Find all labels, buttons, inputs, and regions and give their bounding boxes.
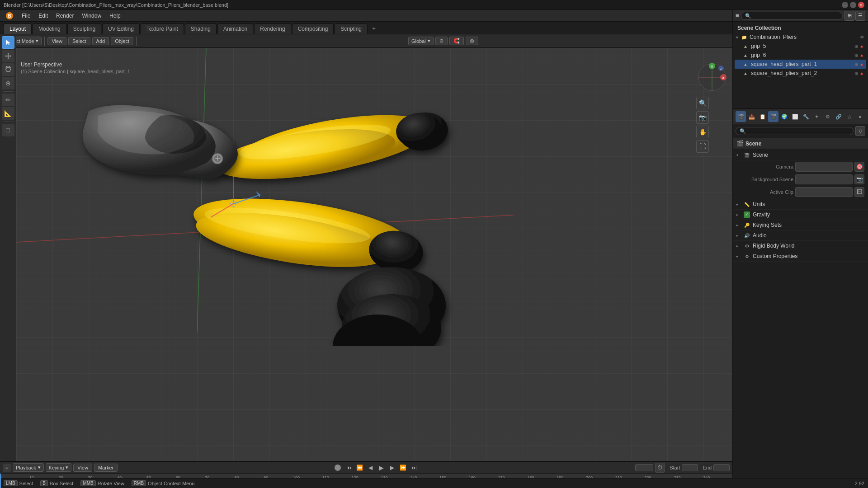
- units-section[interactable]: ▸ 📏 Units: [733, 199, 868, 210]
- props-filter-btn[interactable]: ▽: [855, 126, 865, 136]
- tab-layout[interactable]: Layout: [4, 23, 32, 34]
- keying-sets-section[interactable]: ▸ 🔑 Keying Sets: [733, 220, 868, 230]
- edit-menu[interactable]: Edit: [35, 12, 52, 20]
- view-btn[interactable]: View: [47, 37, 66, 45]
- scale-tool-btn[interactable]: ⊕: [2, 77, 14, 89]
- proportional-btn[interactable]: ◎: [466, 37, 478, 45]
- timeline-menu-btn[interactable]: ≡: [3, 464, 11, 472]
- props-tab-output[interactable]: 📤: [746, 111, 757, 122]
- tab-shading[interactable]: Shading: [185, 23, 217, 34]
- gravity-checkbox[interactable]: ✓: [744, 211, 750, 218]
- tab-scripting[interactable]: Scripting: [335, 23, 368, 34]
- select-btn[interactable]: Select: [68, 37, 90, 45]
- record-btn[interactable]: [335, 465, 341, 471]
- next-keyframe-btn[interactable]: ⏩: [399, 463, 408, 472]
- start-frame-input[interactable]: 1: [682, 464, 698, 471]
- frame-rate-btn[interactable]: ⏱: [655, 463, 665, 473]
- visibility-icon[interactable]: 👁: [860, 35, 864, 40]
- rigid-body-section[interactable]: ▸ ⚙ Rigid Body World: [733, 241, 868, 251]
- keying-dropdown[interactable]: Keying ▾: [46, 463, 72, 472]
- tab-modeling[interactable]: Modeling: [33, 23, 66, 34]
- outliner-filter-btn[interactable]: ⊞: [844, 11, 854, 21]
- keying-icon: 🔑: [744, 222, 750, 228]
- outliner-item-grip5[interactable]: ▲ grip_5 ⊞ 🔺: [735, 42, 866, 51]
- props-tab-physics[interactable]: ⚙: [822, 111, 833, 122]
- prev-frame-btn[interactable]: ◀: [366, 463, 375, 472]
- custom-props-section[interactable]: ▸ ⚙ Custom Properties: [733, 251, 868, 262]
- file-menu[interactable]: File: [18, 12, 34, 20]
- pliers-model-svg: [52, 75, 459, 346]
- transform-pivot-btn[interactable]: ⊙: [435, 37, 448, 45]
- play-btn[interactable]: ▶: [377, 463, 386, 472]
- add-primitive-btn[interactable]: □: [2, 124, 14, 136]
- timeline-marker-btn[interactable]: Marker: [94, 464, 118, 472]
- minimize-btn[interactable]: —: [842, 2, 848, 8]
- props-tab-constraints[interactable]: 🔗: [833, 111, 844, 122]
- units-arrow: ▸: [736, 202, 741, 206]
- camera-view-btn[interactable]: 📷: [696, 111, 709, 124]
- snap-btn[interactable]: 🧲: [449, 37, 464, 45]
- props-tab-data[interactable]: △: [844, 111, 854, 122]
- active-clip-value[interactable]: [795, 187, 853, 197]
- props-tab-view-layer[interactable]: 📋: [757, 111, 768, 122]
- move-tool-btn[interactable]: [2, 50, 14, 62]
- annotate-tool-btn[interactable]: ✏: [2, 94, 14, 106]
- camera-pick-btn[interactable]: 🎯: [854, 162, 864, 172]
- rigid-arrow: ▸: [736, 244, 741, 248]
- gravity-section[interactable]: ▸ ✓ Gravity: [733, 210, 868, 220]
- props-tab-scene[interactable]: 🎬: [768, 111, 778, 122]
- props-search-input[interactable]: [736, 127, 854, 135]
- outliner-settings-btn[interactable]: ☰: [855, 11, 865, 21]
- rotate-tool-btn[interactable]: [2, 63, 14, 76]
- blender-menu[interactable]: B: [2, 11, 17, 21]
- object-btn[interactable]: Object: [111, 37, 133, 45]
- add-workspace-btn[interactable]: +: [368, 23, 379, 34]
- tab-animation[interactable]: Animation: [217, 23, 253, 34]
- scene-sub-header[interactable]: ▾ 🎬 Scene: [733, 150, 868, 160]
- jump-end-btn[interactable]: ⏭: [410, 463, 419, 472]
- outliner-search-input[interactable]: [741, 12, 843, 20]
- outliner-item-combo[interactable]: ▸ 📁 Combination_Pliers 👁: [735, 33, 866, 42]
- end-frame-input[interactable]: 250: [713, 464, 730, 471]
- prev-keyframe-btn[interactable]: ⏪: [355, 463, 364, 472]
- tab-rendering[interactable]: Rendering: [254, 23, 291, 34]
- bg-scene-value[interactable]: [795, 174, 853, 184]
- audio-section[interactable]: ▸ 🔊 Audio: [733, 230, 868, 241]
- outliner-item-grip6[interactable]: ▲ grip_6 ⊞ 🔺: [735, 51, 866, 60]
- zoom-in-btn[interactable]: 🔍: [696, 97, 709, 109]
- jump-start-btn[interactable]: ⏮: [344, 463, 354, 472]
- tab-uv-editing[interactable]: UV Editing: [102, 23, 140, 34]
- current-frame-input[interactable]: 1: [635, 464, 653, 471]
- tab-compositing[interactable]: Compositing: [292, 23, 334, 34]
- outliner-item-part2[interactable]: ▲ square_head_pliers_part_2 ⊞ 🔺: [735, 69, 866, 78]
- maximize-btn[interactable]: □: [850, 2, 856, 8]
- help-menu[interactable]: Help: [106, 12, 124, 20]
- nav-gizmo[interactable]: X Y Z: [696, 61, 728, 93]
- window-menu[interactable]: Window: [78, 12, 105, 20]
- tab-texture-paint[interactable]: Texture Paint: [141, 23, 184, 34]
- add-btn[interactable]: Add: [92, 37, 109, 45]
- camera-value[interactable]: [795, 162, 853, 172]
- current-frame-indicator: [0, 474, 1, 488]
- next-frame-btn[interactable]: ▶: [388, 463, 397, 472]
- bg-scene-btn[interactable]: 📷: [854, 174, 864, 184]
- measure-tool-btn[interactable]: 📐: [2, 107, 14, 120]
- viewport-3d[interactable]: User Perspective (1) Scene Collection | …: [16, 48, 732, 461]
- fullscreen-btn[interactable]: ⛶: [696, 140, 709, 153]
- timeline-view-btn[interactable]: View: [73, 464, 92, 472]
- props-tab-object[interactable]: ⬜: [790, 111, 800, 122]
- select-tool-btn[interactable]: [2, 36, 14, 49]
- render-menu[interactable]: Render: [52, 12, 77, 20]
- transform-global-dropdown[interactable]: Global ▾: [408, 37, 434, 45]
- hand-btn[interactable]: ✋: [696, 126, 709, 138]
- tab-sculpting[interactable]: Sculpting: [67, 23, 101, 34]
- props-tab-particles[interactable]: ✦: [811, 111, 822, 122]
- props-tab-modifier[interactable]: 🔧: [801, 111, 811, 122]
- props-tab-material[interactable]: ●: [855, 111, 865, 122]
- outliner-item-part1[interactable]: ▲ square_head_pliers_part_1 ⊞ 🔺: [735, 60, 866, 69]
- playback-dropdown[interactable]: Playback ▾: [13, 463, 44, 472]
- close-btn[interactable]: ×: [858, 2, 864, 8]
- props-tab-world[interactable]: 🌍: [779, 111, 789, 122]
- active-clip-btn[interactable]: 🎞: [854, 187, 864, 197]
- props-tab-render[interactable]: 🎬: [736, 111, 746, 122]
